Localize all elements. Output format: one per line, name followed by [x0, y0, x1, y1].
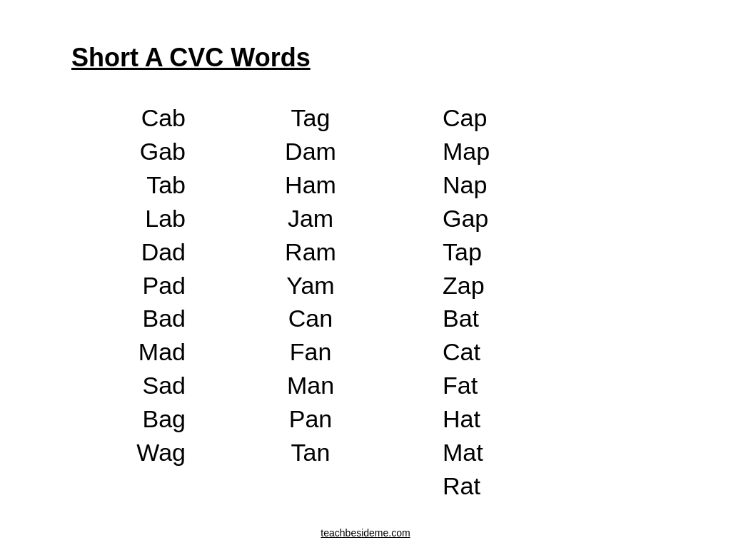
- word-item: Pad: [143, 269, 186, 302]
- word-item: Bat: [443, 302, 479, 335]
- word-item: Zap: [443, 269, 485, 302]
- word-item: Mad: [138, 335, 186, 369]
- word-item: Dad: [141, 235, 186, 269]
- word-item: Rat: [443, 469, 480, 503]
- word-item: Ham: [285, 168, 336, 202]
- word-item: Tap: [443, 235, 482, 269]
- word-item: Fat: [443, 369, 478, 402]
- word-item: Ram: [285, 235, 336, 269]
- word-item: Cab: [141, 101, 186, 135]
- words-layout: CabGabTabLabDadPadBadMadSadBagWag TagDam…: [71, 101, 674, 503]
- word-item: Yam: [286, 269, 334, 302]
- word-item: Gab: [140, 135, 186, 168]
- word-item: Mat: [443, 436, 483, 469]
- word-item: Wag: [136, 436, 186, 469]
- footer-link: teachbesideme.com: [321, 527, 410, 539]
- word-column-2: TagDamHamJamRamYamCanFanManPanTan: [228, 101, 385, 469]
- word-item: Dam: [285, 135, 336, 168]
- word-item: Tag: [291, 101, 331, 135]
- word-item: Pan: [289, 402, 333, 436]
- page-container: Short A CVC Words CabGabTabLabDadPadBadM…: [0, 0, 731, 560]
- page-title: Short A CVC Words: [71, 43, 674, 73]
- word-column-3: CapMapNapGapTapZapBatCatFatHatMatRat: [385, 101, 528, 503]
- word-item: Gap: [443, 202, 488, 235]
- word-item: Nap: [443, 168, 487, 202]
- word-item: Fan: [290, 335, 332, 369]
- word-item: Map: [443, 135, 490, 168]
- word-item: Bad: [143, 302, 186, 335]
- word-item: Tab: [146, 168, 186, 202]
- word-item: Cap: [443, 101, 487, 135]
- word-item: Jam: [288, 202, 333, 235]
- word-item: Tan: [291, 436, 331, 469]
- word-item: Lab: [145, 202, 186, 235]
- word-column-1: CabGabTabLabDadPadBadMadSadBagWag: [71, 101, 228, 469]
- word-item: Can: [288, 302, 333, 335]
- word-item: Hat: [443, 402, 480, 436]
- word-item: Bag: [143, 402, 186, 436]
- word-item: Sad: [143, 369, 186, 402]
- word-item: Man: [287, 369, 334, 402]
- word-item: Cat: [443, 335, 480, 369]
